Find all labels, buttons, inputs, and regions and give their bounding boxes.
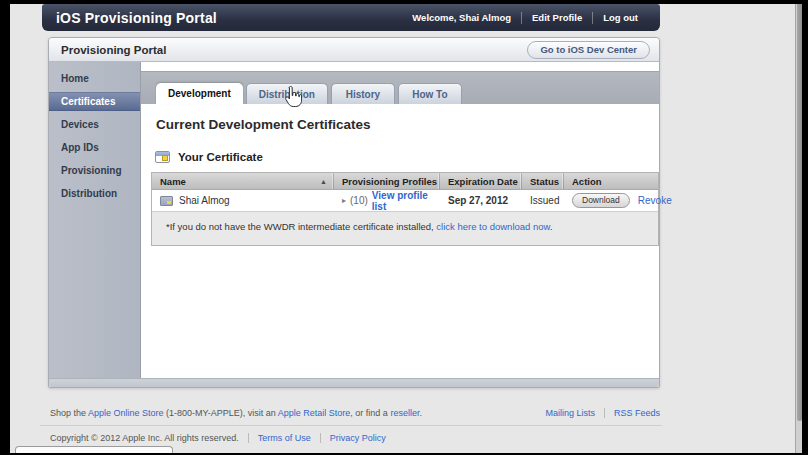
column-header-expiration-date: Expiration Date — [440, 173, 522, 189]
footer-divider — [604, 408, 605, 418]
edit-profile-link[interactable]: Edit Profile — [522, 12, 592, 23]
column-header-provisioning-profiles: Provisioning Profiles — [334, 173, 440, 189]
view-profile-list-link[interactable]: View profile list — [372, 190, 440, 212]
apple-retail-store-link[interactable]: Apple Retail Store — [278, 408, 351, 418]
tab-history[interactable]: History — [331, 83, 395, 104]
terms-of-use-link[interactable]: Terms of Use — [258, 433, 311, 443]
apple-online-store-link[interactable]: Apple Online Store — [88, 408, 164, 418]
page-background: iOS Provisioning Portal Welcome, Shai Al… — [10, 4, 802, 453]
note-text: *If you do not have the WWDR intermediat… — [166, 221, 436, 232]
certificate-section-header: Your Certificate — [155, 151, 659, 163]
welcome-text: Welcome, Shai Almog — [402, 12, 521, 23]
scrollbar-track[interactable] — [795, 4, 802, 453]
sort-ascending-icon: ▲ — [320, 178, 327, 185]
section-title: Your Certificate — [178, 151, 263, 163]
status-tooltip-fragment — [15, 446, 173, 453]
wwdr-download-link[interactable]: click here to download now — [436, 221, 550, 232]
cell-action: Download Revoke — [564, 193, 672, 208]
rss-feeds-link[interactable]: RSS Feeds — [614, 408, 660, 418]
main-content: Development Distribution History How To … — [141, 62, 659, 378]
profile-count: (10) — [350, 195, 368, 206]
column-header-status: Status — [522, 173, 564, 189]
certificate-icon — [155, 151, 170, 163]
sidebar-item-provisioning[interactable]: Provisioning — [49, 161, 140, 180]
copyright-text: Copyright © 2012 Apple Inc. All rights r… — [50, 433, 239, 443]
cell-status: Issued — [522, 195, 564, 206]
screenshot-root: { "header": { "title": "iOS Provisioning… — [0, 0, 808, 455]
tab-how-to[interactable]: How To — [398, 83, 462, 104]
navbar-account-area: Welcome, Shai Almog Edit Profile Log out — [402, 4, 648, 31]
footer-divider — [248, 433, 249, 443]
tab-distribution[interactable]: Distribution — [246, 83, 328, 104]
top-navbar: iOS Provisioning Portal Welcome, Shai Al… — [42, 4, 660, 31]
sidebar-item-certificates[interactable]: Certificates — [49, 92, 140, 111]
reseller-link[interactable]: reseller — [390, 408, 419, 418]
certificate-file-icon — [160, 196, 173, 206]
mailing-lists-link[interactable]: Mailing Lists — [545, 408, 595, 418]
wwdr-note: *If you do not have the WWDR intermediat… — [152, 211, 658, 245]
certificate-owner-name: Shai Almog — [179, 195, 230, 206]
portal-title: Provisioning Portal — [61, 44, 166, 56]
sidebar-item-devices[interactable]: Devices — [49, 115, 140, 134]
download-button[interactable]: Download — [572, 193, 630, 208]
page-footer: Shop the Apple Online Store (1-800-MY-AP… — [40, 406, 662, 443]
logout-link[interactable]: Log out — [593, 12, 648, 23]
portal-body: Home Certificates Devices App IDs Provis… — [49, 62, 659, 378]
cell-expiration-date: Sep 27, 2012 — [440, 195, 522, 206]
disclosure-triangle-icon[interactable]: ▸ — [342, 196, 346, 205]
cell-name: Shai Almog — [152, 195, 334, 206]
cell-provisioning-profiles: ▸ (10) View profile list — [334, 190, 440, 212]
footer-shop-line: Shop the Apple Online Store (1-800-MY-AP… — [40, 406, 662, 425]
footer-legal-line: Copyright © 2012 Apple Inc. All rights r… — [40, 426, 662, 443]
note-period: . — [550, 221, 553, 232]
sidebar-item-app-ids[interactable]: App IDs — [49, 138, 140, 157]
footer-shop-text: Shop the Apple Online Store (1-800-MY-AP… — [50, 408, 422, 418]
portal-panel: Provisioning Portal Go to iOS Dev Center… — [48, 37, 660, 388]
scrollbar-thumb[interactable] — [797, 4, 802, 421]
footer-right-links: Mailing Lists RSS Feeds — [545, 408, 660, 418]
table-header-row: Name ▲ Provisioning Profiles Expiration … — [152, 173, 658, 190]
footer-divider — [320, 433, 321, 443]
app-title: iOS Provisioning Portal — [56, 10, 217, 26]
sidebar-item-home[interactable]: Home — [49, 69, 140, 88]
tab-bar: Development Distribution History How To — [141, 71, 659, 104]
column-header-action: Action — [564, 173, 658, 189]
go-to-dev-center-button[interactable]: Go to iOS Dev Center — [527, 41, 650, 59]
column-header-name[interactable]: Name ▲ — [152, 173, 334, 189]
revoke-link[interactable]: Revoke — [638, 195, 672, 206]
certificates-table: Name ▲ Provisioning Profiles Expiration … — [151, 172, 659, 246]
portal-header: Provisioning Portal Go to iOS Dev Center — [49, 38, 659, 62]
privacy-policy-link[interactable]: Privacy Policy — [330, 433, 386, 443]
tab-development[interactable]: Development — [156, 83, 243, 104]
sidebar-item-distribution[interactable]: Distribution — [49, 184, 140, 203]
sidebar-nav: Home Certificates Devices App IDs Provis… — [49, 62, 141, 378]
page-title: Current Development Certificates — [156, 117, 659, 132]
table-row: Shai Almog ▸ (10) View profile list Sep … — [152, 190, 658, 211]
panel-bottom-bar — [49, 378, 659, 387]
